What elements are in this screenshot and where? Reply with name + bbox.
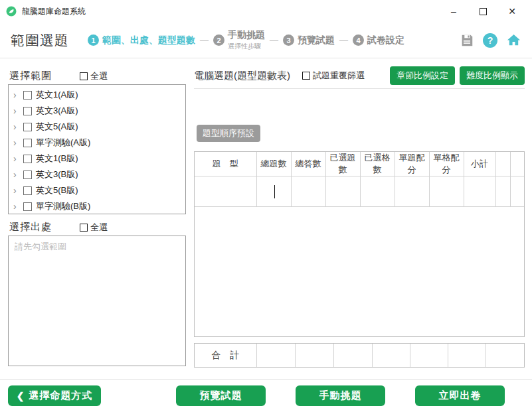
- source-select-all-label: 全選: [90, 222, 108, 234]
- cell-points-per-blank[interactable]: [429, 176, 464, 207]
- source-section-title: 選擇出處: [9, 221, 52, 234]
- question-type-table: 題 型 總題數 總答數 已選題數 已選格數 單題配分 單格配分 小計: [194, 151, 525, 337]
- minimize-button[interactable]: –: [439, 1, 468, 21]
- difficulty-ratio-button[interactable]: 難度比例顯示: [460, 66, 525, 85]
- chevron-right-icon[interactable]: ›: [13, 185, 23, 196]
- totals-cell: [372, 344, 410, 367]
- tree-item-checkbox[interactable]: [23, 186, 32, 195]
- source-select-all-checkbox[interactable]: [80, 224, 88, 232]
- maximize-icon: [480, 8, 487, 15]
- step-1-number: 1: [88, 34, 99, 46]
- cell-total-answers[interactable]: [291, 176, 325, 207]
- page-title: 範圍選題: [11, 31, 69, 50]
- tree-item-vocab-a[interactable]: › 單字測驗(A版): [9, 135, 185, 151]
- range-select-all[interactable]: 全選: [80, 70, 108, 82]
- step-separator: —: [200, 35, 209, 45]
- tree-item-label: 英文5(A版): [36, 121, 78, 133]
- generate-exam-button[interactable]: 立即出卷: [415, 385, 505, 406]
- step-2-label: 手動挑題: [228, 29, 265, 41]
- col-header-selected-questions: 已選題數: [325, 152, 360, 176]
- source-list: 請先勾選範圍: [8, 236, 186, 366]
- step-indicator: 1 範圍、出處、題型題數 — 2 手動挑題 選擇性步驟 — 3 預覽試題 — 4…: [88, 29, 404, 51]
- totals-label: 合 計: [195, 344, 256, 367]
- tree-item-eng1b[interactable]: › 英文1(B版): [9, 151, 185, 167]
- range-select-all-checkbox[interactable]: [80, 72, 88, 80]
- duplicate-filter[interactable]: 試題重覆篩選: [302, 70, 365, 82]
- type-order-preset-button[interactable]: 題型順序預設: [197, 125, 260, 142]
- totals-row: 合 計: [195, 344, 524, 367]
- tree-item-eng1a[interactable]: › 英文1(A版): [9, 87, 185, 103]
- totals-cell: [410, 344, 448, 367]
- cell-selected-questions[interactable]: [325, 176, 360, 207]
- tree-item-eng5b[interactable]: › 英文5(B版): [9, 182, 185, 198]
- source-section-header: 選擇出處 全選: [9, 221, 186, 234]
- tree-item-eng3b[interactable]: › 英文3(B版): [9, 167, 185, 182]
- source-placeholder: 請先勾選範圍: [15, 241, 179, 253]
- tree-item-checkbox[interactable]: [23, 107, 32, 115]
- chevron-right-icon[interactable]: ›: [13, 201, 23, 212]
- tree-item-eng5a[interactable]: › 英文5(A版): [9, 119, 185, 135]
- totals-bar: 合 計: [194, 343, 525, 368]
- step-3-number: 3: [283, 34, 294, 46]
- tree-item-checkbox[interactable]: [23, 123, 32, 131]
- tree-item-label: 英文3(A版): [36, 105, 78, 117]
- step-1-label: 範圍、出處、題型題數: [102, 34, 195, 46]
- chevron-right-icon[interactable]: ›: [13, 137, 23, 148]
- step-3: 3 預覽試題: [283, 34, 335, 46]
- cell-blank-1: [495, 176, 510, 207]
- tree-item-label: 英文5(B版): [36, 184, 78, 196]
- close-button[interactable]: ✕: [497, 1, 527, 21]
- chevron-right-icon[interactable]: ›: [13, 121, 23, 132]
- totals-cell: [295, 344, 333, 367]
- tree-item-vocab-b[interactable]: › 單字測驗(B版): [9, 198, 185, 214]
- tree-item-eng3a[interactable]: › 英文3(A版): [9, 103, 185, 119]
- app-logo-icon: [5, 5, 17, 17]
- tree-item-label: 單字測驗(B版): [36, 200, 90, 212]
- chevron-right-icon[interactable]: ›: [13, 90, 23, 100]
- chevron-left-icon: ❮: [17, 391, 25, 401]
- back-to-method-label: 選擇命題方式: [29, 389, 92, 402]
- chevron-right-icon[interactable]: ›: [13, 153, 23, 164]
- totals-cell: [333, 344, 372, 367]
- col-header-total-answers: 總答數: [291, 152, 325, 176]
- range-select-all-label: 全選: [90, 70, 108, 82]
- table-header-row: 題 型 總題數 總答數 已選題數 已選格數 單題配分 單格配分 小計: [195, 152, 524, 176]
- tree-item-checkbox[interactable]: [23, 91, 32, 100]
- range-tree: › 英文1(A版) › 英文3(A版) › 英文5(A版) › 單字測驗(A版)…: [8, 84, 186, 214]
- home-button[interactable]: [505, 33, 521, 48]
- step-2-number: 2: [213, 34, 224, 46]
- window-titlebar: 龍騰題庫命題系統 – ✕: [0, 0, 532, 23]
- range-section-title: 選擇範圍: [9, 70, 52, 82]
- step-separator: —: [270, 35, 278, 45]
- cell-type[interactable]: [195, 176, 256, 207]
- save-button[interactable]: [459, 33, 475, 48]
- maximize-button[interactable]: [468, 1, 497, 21]
- tree-item-checkbox[interactable]: [23, 155, 32, 163]
- totals-cell: [448, 344, 486, 367]
- cell-selected-blanks[interactable]: [360, 176, 395, 207]
- chevron-right-icon[interactable]: ›: [13, 105, 23, 116]
- tree-item-checkbox[interactable]: [23, 202, 32, 211]
- cell-points-per-question[interactable]: [395, 176, 429, 207]
- step-4: 4 試卷設定: [353, 34, 404, 46]
- tree-item-label: 英文1(A版): [36, 89, 78, 101]
- chevron-right-icon[interactable]: ›: [13, 169, 23, 180]
- help-button[interactable]: ?: [482, 33, 498, 48]
- step-separator: —: [339, 35, 348, 45]
- cell-total-questions[interactable]: [256, 176, 291, 207]
- step-2: 2 手動挑題 選擇性步驟: [213, 29, 265, 51]
- manual-pick-button[interactable]: 手動挑題: [296, 385, 385, 406]
- source-select-all[interactable]: 全選: [80, 222, 108, 234]
- tree-item-label: 單字測驗(A版): [36, 137, 90, 149]
- duplicate-filter-checkbox[interactable]: [302, 72, 310, 80]
- preview-questions-button[interactable]: 預覽試題: [176, 385, 266, 406]
- tree-item-checkbox[interactable]: [23, 171, 32, 179]
- table-row: [195, 176, 524, 207]
- chapter-ratio-button[interactable]: 章節比例設定: [390, 66, 455, 85]
- tree-item-checkbox[interactable]: [23, 139, 32, 147]
- cell-subtotal[interactable]: [464, 176, 495, 207]
- back-to-method-button[interactable]: ❮ 選擇命題方式: [8, 385, 101, 406]
- totals-cell: [486, 344, 524, 367]
- col-header-blank-1: [495, 152, 510, 176]
- col-header-total-questions: 總題數: [256, 152, 291, 176]
